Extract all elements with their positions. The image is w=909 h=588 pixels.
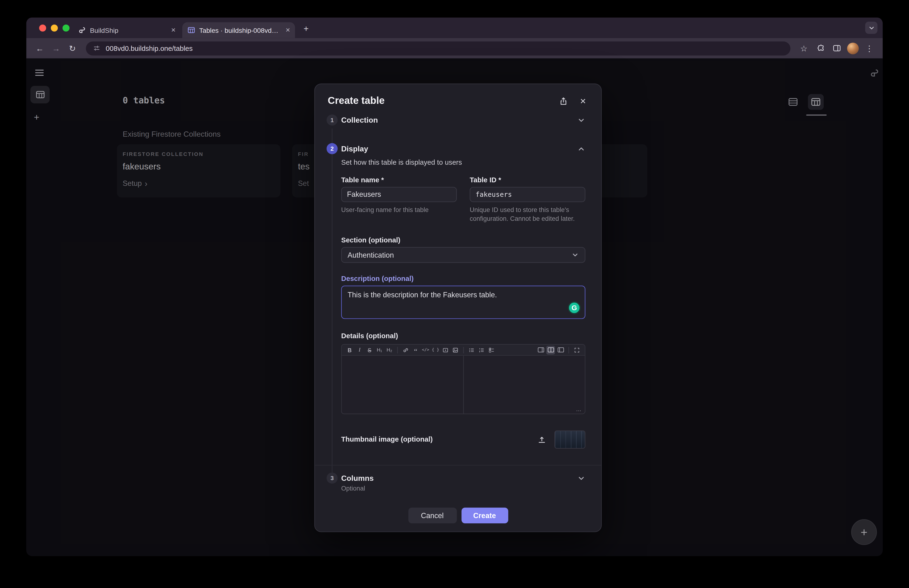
step-number: 1 [327, 115, 338, 126]
name-id-grid: Table name * User-facing name for this t… [341, 176, 585, 223]
ordered-list-icon[interactable] [477, 346, 486, 355]
create-table-dialog: Create table ✕ 1 Collection [314, 83, 602, 532]
resize-handle[interactable]: ⋯ [576, 408, 582, 414]
editor-pane-divider [463, 356, 464, 414]
tab-search-button[interactable] [865, 22, 878, 34]
heading-1-icon[interactable]: H₁ [375, 346, 384, 355]
step-collection[interactable]: 1 Collection [327, 115, 586, 126]
profile-avatar[interactable] [847, 42, 859, 54]
section-select[interactable]: Authentication [341, 247, 585, 263]
editor-content-area[interactable]: ⋯ [342, 356, 585, 414]
details-label: Details (optional) [341, 332, 585, 341]
embed-icon[interactable] [441, 346, 450, 355]
code-block-icon[interactable]: { } [431, 346, 440, 355]
image-icon[interactable] [451, 346, 460, 355]
layout-preview-icon[interactable] [556, 346, 565, 355]
table-name-help: User-facing name for this table [341, 205, 457, 214]
toolbar-separator [463, 347, 464, 353]
editor-toolbar: B I S H₁ H₂ “ [342, 345, 585, 356]
description-label: Description (optional) [341, 275, 585, 284]
layout-editor-icon[interactable] [536, 346, 545, 355]
step-number: 2 [327, 143, 338, 154]
dialog-title: Create table [328, 95, 549, 107]
close-dialog-icon[interactable]: ✕ [578, 96, 588, 106]
tab-tables[interactable]: Tables · buildship-008vd0 · F ✕ [182, 22, 295, 38]
new-tab-button[interactable]: + [300, 22, 313, 34]
screen: BuildShip ✕ Tables · buildship-008vd0 · … [0, 0, 909, 588]
tab-buildship[interactable]: BuildShip ✕ [73, 22, 181, 38]
table-id-label: Table ID * [470, 176, 586, 185]
bookmark-star-icon[interactable]: ☆ [796, 40, 812, 56]
step-subtitle: Set how this table is displayed to users [341, 158, 585, 166]
step-label: Display [341, 144, 577, 153]
chevron-down-icon [572, 252, 579, 259]
section-divider [315, 465, 601, 465]
side-panel-icon[interactable] [829, 40, 844, 56]
link-icon[interactable] [401, 346, 410, 355]
strikethrough-icon[interactable]: S [365, 346, 374, 355]
dialog-footer: Cancel Create [315, 508, 601, 531]
tab-strip: BuildShip ✕ Tables · buildship-008vd0 · … [26, 18, 883, 38]
tables-favicon-icon [187, 26, 195, 34]
step-sublabel: Optional [341, 485, 585, 492]
close-tab-icon[interactable]: ✕ [171, 27, 176, 33]
step-display: 2 Display Set how this table is displaye… [327, 143, 586, 449]
chevron-down-icon[interactable] [577, 474, 585, 482]
browser-toolbar: ← → ↻ 008vd0.buildship.one/tables ☆ ⋮ [26, 38, 883, 58]
bold-icon[interactable]: B [345, 346, 354, 355]
reload-icon[interactable]: ↻ [65, 40, 80, 56]
browser-window: BuildShip ✕ Tables · buildship-008vd0 · … [26, 18, 883, 556]
url-text: 008vd0.buildship.one/tables [106, 44, 193, 52]
dialog-body: 1 Collection 2 [315, 115, 601, 508]
extensions-icon[interactable] [813, 40, 828, 56]
bullet-list-icon[interactable] [467, 346, 476, 355]
forward-icon[interactable]: → [48, 40, 64, 56]
step-number: 3 [327, 473, 338, 484]
back-icon[interactable]: ← [32, 40, 47, 56]
step-columns[interactable]: 3 Columns Optional [327, 473, 586, 492]
dialog-header: Create table ✕ [315, 84, 601, 115]
chevron-up-icon[interactable] [577, 144, 585, 153]
details-editor[interactable]: B I S H₁ H₂ “ [341, 344, 585, 414]
thumbnail-label: Thumbnail image (optional) [341, 435, 433, 444]
section-label: Section (optional) [341, 236, 585, 245]
blockquote-icon[interactable]: “ [411, 346, 420, 355]
toolbar-separator [568, 347, 569, 353]
tab-title: BuildShip [90, 27, 166, 34]
layout-split-icon[interactable] [546, 346, 555, 355]
table-id-input[interactable] [470, 187, 586, 202]
fullscreen-icon[interactable] [572, 346, 581, 355]
toolbar-separator [397, 347, 398, 353]
cancel-button[interactable]: Cancel [408, 508, 457, 523]
table-id-help: Unique ID used to store this table's con… [470, 205, 586, 223]
window-controls [39, 24, 69, 31]
table-name-label: Table name * [341, 176, 457, 185]
close-window-button[interactable] [39, 24, 46, 31]
section-value: Authentication [347, 251, 394, 259]
thumbnail-preview[interactable] [554, 431, 585, 449]
step-label: Collection [341, 116, 577, 124]
zoom-window-button[interactable] [63, 24, 69, 31]
tab-title: Tables · buildship-008vd0 · F [199, 27, 281, 34]
heading-2-icon[interactable]: H₂ [385, 346, 394, 355]
share-icon[interactable] [558, 96, 568, 106]
inline-code-icon[interactable]: </> [421, 346, 430, 355]
table-name-input[interactable] [341, 187, 457, 202]
upload-icon[interactable] [538, 435, 546, 444]
task-list-icon[interactable] [487, 346, 496, 355]
chevron-down-icon[interactable] [577, 116, 585, 124]
step-label: Columns [341, 474, 577, 483]
site-settings-icon[interactable] [93, 44, 100, 52]
description-textarea[interactable]: This is the description for the Fakeuser… [341, 286, 585, 319]
address-bar[interactable]: 008vd0.buildship.one/tables [86, 41, 790, 55]
italic-icon[interactable]: I [355, 346, 364, 355]
minimize-window-button[interactable] [51, 24, 58, 31]
close-tab-icon[interactable]: ✕ [286, 27, 291, 33]
browser-menu-icon[interactable]: ⋮ [862, 40, 877, 56]
create-button[interactable]: Create [461, 508, 508, 523]
buildship-favicon-icon [78, 26, 86, 34]
